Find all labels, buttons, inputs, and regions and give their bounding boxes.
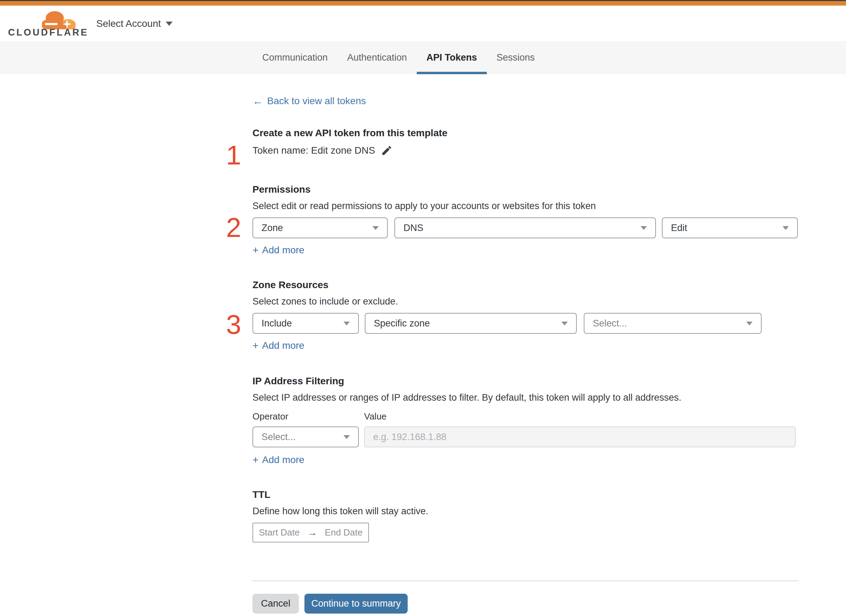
end-date-placeholder: End Date	[325, 527, 362, 538]
permissions-heading: Permissions	[253, 184, 311, 195]
select-caret-icon	[372, 226, 379, 230]
add-more-label: Add more	[262, 340, 305, 351]
tab-sessions[interactable]: Sessions	[487, 41, 545, 74]
zone-resources-zone-placeholder: Select...	[593, 318, 627, 329]
plus-icon: +	[253, 455, 259, 465]
footer-divider	[253, 581, 799, 581]
value-label: Value	[364, 411, 387, 422]
back-arrow-icon: ←	[253, 96, 263, 106]
permissions-scope-value: Zone	[262, 223, 283, 233]
operator-label: Operator	[253, 411, 288, 422]
ip-value-input[interactable]	[364, 427, 796, 447]
ip-operator-select[interactable]: Select...	[253, 427, 359, 447]
annotation-step-1: 1	[220, 141, 247, 169]
add-more-label: Add more	[262, 454, 305, 465]
back-to-tokens-link[interactable]: ← Back to view all tokens	[253, 95, 366, 107]
annotation-step-2: 2	[220, 214, 247, 241]
ip-add-more-link[interactable]: + Add more	[253, 454, 305, 465]
page: CLOUDFLARE Select Account Communication …	[0, 0, 846, 616]
add-more-label: Add more	[262, 245, 305, 256]
zone-resources-add-more-link[interactable]: + Add more	[253, 340, 305, 351]
header: CLOUDFLARE Select Account	[0, 6, 846, 41]
select-caret-icon	[783, 226, 789, 230]
edit-token-name-button[interactable]	[381, 145, 393, 157]
select-caret-icon	[641, 226, 647, 230]
cloudflare-logo-text: CLOUDFLARE	[8, 27, 88, 38]
tab-authentication[interactable]: Authentication	[338, 41, 417, 74]
continue-to-summary-button[interactable]: Continue to summary	[305, 594, 408, 613]
token-name-text: Token name: Edit zone DNS	[253, 145, 375, 156]
zone-resources-type-value: Specific zone	[374, 318, 430, 329]
tab-bar: Communication Authentication API Tokens …	[0, 41, 846, 74]
ttl-date-range-picker[interactable]: Start Date → End Date	[253, 523, 369, 543]
zone-resources-description: Select zones to include or exclude.	[253, 296, 398, 307]
permissions-scope-select[interactable]: Zone	[253, 217, 388, 238]
arrow-right-icon: →	[307, 527, 317, 538]
cloudflare-logo: CLOUDFLARE	[8, 7, 81, 40]
select-caret-icon	[343, 321, 350, 326]
account-selector[interactable]: Select Account	[96, 18, 173, 29]
permissions-resource-value: DNS	[403, 223, 423, 233]
select-caret-icon	[561, 321, 568, 326]
ip-filtering-description: Select IP addresses or ranges of IP addr…	[253, 392, 681, 403]
top-orange-strip	[0, 1, 846, 6]
plus-icon: +	[253, 245, 259, 255]
token-name-line: Token name: Edit zone DNS	[253, 145, 393, 157]
select-caret-icon	[746, 321, 753, 326]
tab-communication[interactable]: Communication	[253, 41, 338, 74]
start-date-placeholder: Start Date	[259, 527, 300, 538]
zone-resources-type-select[interactable]: Specific zone	[365, 313, 577, 334]
tabs: Communication Authentication API Tokens …	[253, 41, 544, 74]
select-caret-icon	[343, 435, 350, 439]
chevron-down-icon	[166, 22, 173, 26]
permissions-description: Select edit or read permissions to apply…	[253, 201, 596, 211]
permissions-access-select[interactable]: Edit	[662, 217, 798, 238]
back-link-label: Back to view all tokens	[267, 95, 366, 107]
permissions-resource-select[interactable]: DNS	[394, 217, 656, 238]
account-selector-label: Select Account	[96, 18, 161, 29]
pencil-icon	[381, 145, 393, 157]
ttl-description: Define how long this token will stay act…	[253, 506, 428, 517]
annotation-step-3: 3	[220, 311, 247, 338]
tab-api-tokens[interactable]: API Tokens	[417, 41, 487, 74]
zone-resources-heading: Zone Resources	[253, 279, 328, 290]
ip-filtering-heading: IP Address Filtering	[253, 375, 344, 387]
ttl-heading: TTL	[253, 489, 270, 500]
cancel-button[interactable]: Cancel	[253, 594, 299, 613]
page-title: Create a new API token from this templat…	[253, 128, 447, 139]
permissions-access-value: Edit	[671, 223, 687, 233]
zone-resources-zone-select[interactable]: Select...	[584, 313, 762, 334]
permissions-add-more-link[interactable]: + Add more	[253, 245, 305, 256]
zone-resources-operator-select[interactable]: Include	[253, 313, 359, 334]
plus-icon: +	[253, 340, 259, 351]
ip-operator-placeholder: Select...	[262, 432, 296, 443]
zone-resources-operator-value: Include	[262, 318, 292, 329]
